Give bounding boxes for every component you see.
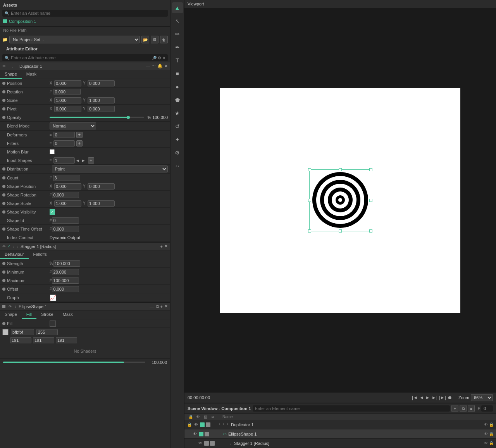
- tool-star[interactable]: ★: [172, 108, 183, 119]
- tool-rect[interactable]: ■: [172, 68, 183, 79]
- blend-mode-select[interactable]: Normal: [50, 122, 96, 129]
- delete-btn[interactable]: 🗑: [160, 36, 168, 43]
- stagger-row-eye[interactable]: 👁: [484, 441, 488, 445]
- stagger-eye-icon[interactable]: 👁: [198, 441, 203, 446]
- maximum-input[interactable]: [52, 277, 79, 284]
- monitor-btn[interactable]: 🖥: [151, 36, 158, 43]
- distribution-select[interactable]: Point Linear Grid: [52, 165, 168, 172]
- offset-input[interactable]: [52, 286, 79, 292]
- scene-eye-icon[interactable]: 👁: [193, 422, 199, 427]
- handle-tr[interactable]: [369, 168, 372, 171]
- handle-bm[interactable]: [339, 229, 342, 233]
- transport-start[interactable]: |◄: [412, 395, 418, 400]
- tab-mask[interactable]: Mask: [22, 70, 41, 79]
- shape-scale-y[interactable]: [88, 200, 115, 207]
- stagger-eye-icon[interactable]: 👁: [2, 245, 6, 248]
- opacity-thumb[interactable]: [127, 116, 130, 119]
- ellipse-copy-btn[interactable]: ⧉: [156, 304, 159, 309]
- opacity-track[interactable]: [50, 117, 144, 118]
- graph-icon[interactable]: 📈: [50, 295, 56, 301]
- shape-time-offset-input[interactable]: [52, 226, 79, 232]
- shape-pos-x[interactable]: [54, 183, 81, 190]
- red-input[interactable]: [10, 337, 31, 343]
- scene-row-stagger[interactable]: 👁 ⋮ Stagger 1 [Radius] 👁 🔒: [184, 439, 496, 448]
- color-preview-swatch[interactable]: [2, 329, 9, 335]
- assets-search-input[interactable]: [11, 11, 165, 16]
- alpha-input[interactable]: [36, 329, 58, 335]
- ellipse-add-btn[interactable]: +: [160, 304, 163, 309]
- ellipse-row-eye[interactable]: 👁: [484, 432, 488, 436]
- tool-polygon[interactable]: ⬟: [172, 95, 183, 105]
- handle-tm[interactable]: [339, 168, 342, 171]
- fill-color-swatch[interactable]: [50, 320, 56, 327]
- folder-browse-btn[interactable]: 📂: [141, 36, 149, 43]
- handle-mr[interactable]: [369, 199, 372, 202]
- shape-pos-y[interactable]: [88, 183, 115, 190]
- tab-mask-ellipse[interactable]: Mask: [58, 310, 78, 319]
- motion-blur-checkbox[interactable]: [50, 149, 55, 154]
- handle-br[interactable]: [369, 229, 372, 233]
- shape-visibility-checkbox[interactable]: [50, 209, 55, 215]
- scale-x-input[interactable]: [54, 97, 81, 103]
- scene-layer-btn[interactable]: ≡: [468, 405, 475, 412]
- tool-rotate[interactable]: ↺: [172, 121, 183, 132]
- zoom-select[interactable]: 66% 100% 50%: [471, 394, 493, 401]
- selection-box[interactable]: [309, 169, 371, 231]
- stagger-dots-btn[interactable]: ⋯: [155, 244, 159, 249]
- deformers-add-btn[interactable]: +: [76, 132, 83, 138]
- tab-stroke[interactable]: Stroke: [36, 310, 58, 319]
- ellipse-minus-btn[interactable]: —: [150, 304, 154, 309]
- input-shapes-add-btn[interactable]: +: [88, 157, 94, 164]
- eye-icon[interactable]: 👁: [2, 64, 6, 68]
- hex-color-input[interactable]: [11, 329, 34, 335]
- pivot-x-input[interactable]: [54, 106, 81, 112]
- stagger-add-btn[interactable]: +: [160, 244, 163, 249]
- transport-play[interactable]: ►: [425, 395, 430, 400]
- tool-arrow[interactable]: ↖: [172, 16, 183, 26]
- stagger-minus-btn[interactable]: —: [149, 244, 153, 249]
- tab-behaviour[interactable]: Behaviour: [0, 250, 29, 259]
- scene-row-duplicator[interactable]: 🔒 👁 ⋮⋮⋮ Duplicator 1 👁 🔒: [184, 420, 496, 429]
- filters-add-btn[interactable]: +: [76, 140, 83, 146]
- attr-search-bar[interactable]: 🔍 🔎 ⚙ ✕: [2, 54, 168, 61]
- handle-tl[interactable]: [308, 168, 311, 171]
- project-select[interactable]: No Project Set...: [9, 36, 140, 43]
- dup-close-btn[interactable]: ✕: [164, 64, 168, 69]
- deformers-count[interactable]: [53, 132, 75, 138]
- filters-count[interactable]: [53, 140, 75, 146]
- tool-text[interactable]: T: [172, 55, 183, 66]
- rotation-input[interactable]: [53, 89, 81, 95]
- assets-search-bar[interactable]: 🔍: [2, 10, 168, 17]
- scene-add-btn[interactable]: +: [451, 405, 458, 412]
- transport-prev[interactable]: ◄: [419, 395, 424, 400]
- ellipse-eye-icon[interactable]: 👁: [9, 305, 12, 308]
- scene-f-input[interactable]: [481, 405, 493, 412]
- scale-y-input[interactable]: [88, 97, 115, 103]
- handle-ml[interactable]: [308, 199, 311, 202]
- blue-input[interactable]: [56, 337, 77, 343]
- tab-falloffs[interactable]: Falloffs: [29, 250, 52, 259]
- handle-bl[interactable]: [308, 229, 311, 233]
- position-y-input[interactable]: [88, 80, 115, 86]
- tool-select[interactable]: ▲: [172, 2, 183, 13]
- nav-right-btn[interactable]: ►: [81, 158, 86, 163]
- pivot-y-input[interactable]: [88, 106, 115, 112]
- settings-icon[interactable]: ⚙: [158, 56, 161, 60]
- minimum-input[interactable]: [52, 269, 79, 275]
- tab-shape-ellipse[interactable]: Shape: [0, 310, 22, 319]
- shape-id-input[interactable]: [52, 217, 79, 224]
- dup-row-eye[interactable]: 👁: [484, 422, 488, 427]
- dup-minus-btn[interactable]: —: [146, 64, 150, 69]
- tool-ellipse[interactable]: ●: [172, 81, 183, 92]
- scene-row-ellipse[interactable]: 👁 ⬭ EllipseShape 1 👁 🔒: [184, 429, 496, 439]
- tool-settings[interactable]: ⚙: [172, 147, 183, 158]
- position-x-input[interactable]: [54, 80, 81, 86]
- scene-lock-icon[interactable]: 🔒: [187, 422, 192, 427]
- strength-input[interactable]: [53, 260, 80, 267]
- tool-pen[interactable]: ✏: [172, 29, 183, 40]
- scene-copy-btn[interactable]: ⧉: [460, 405, 467, 412]
- stagger-row-lock[interactable]: 🔒: [489, 441, 494, 445]
- attr-search-input[interactable]: [11, 55, 152, 60]
- transport-next[interactable]: ►|: [432, 395, 437, 400]
- tab-fill[interactable]: Fill: [22, 310, 36, 319]
